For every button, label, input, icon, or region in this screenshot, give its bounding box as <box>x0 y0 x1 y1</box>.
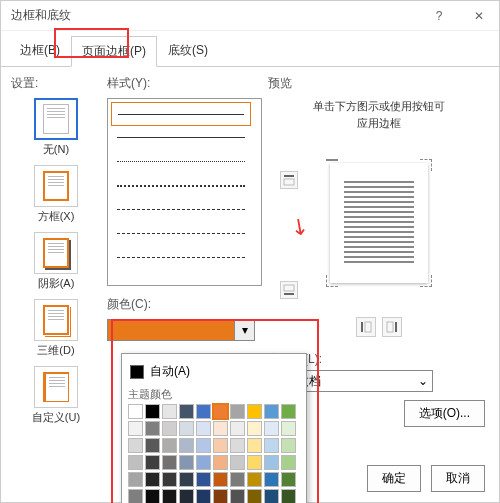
color-swatch[interactable] <box>145 455 160 470</box>
color-swatch[interactable] <box>128 489 143 503</box>
color-swatch[interactable] <box>128 438 143 453</box>
dialog-title: 边框和底纹 <box>11 7 71 24</box>
color-swatch[interactable] <box>281 489 296 503</box>
tab-page-border[interactable]: 页面边框(P) <box>71 36 157 67</box>
color-swatch[interactable] <box>145 421 160 436</box>
color-swatch[interactable] <box>196 404 211 419</box>
style-option[interactable] <box>111 174 251 198</box>
color-swatch[interactable] <box>213 489 228 503</box>
color-swatch[interactable] <box>128 421 143 436</box>
color-swatch[interactable] <box>213 472 228 487</box>
color-swatch[interactable] <box>162 404 177 419</box>
options-button[interactable]: 选项(O)... <box>404 400 485 427</box>
color-swatch[interactable] <box>281 455 296 470</box>
color-swatch[interactable] <box>264 455 279 470</box>
color-swatch[interactable] <box>264 472 279 487</box>
color-swatch[interactable] <box>264 421 279 436</box>
color-swatch[interactable] <box>281 404 296 419</box>
setting-custom[interactable]: 自定义(U) <box>11 366 101 425</box>
color-swatch[interactable] <box>196 489 211 503</box>
color-swatch[interactable] <box>247 421 262 436</box>
color-swatch[interactable] <box>179 489 194 503</box>
svg-rect-4 <box>361 322 363 332</box>
color-swatch[interactable] <box>281 472 296 487</box>
tab-shading[interactable]: 底纹(S) <box>157 35 219 66</box>
color-swatch[interactable] <box>196 421 211 436</box>
color-swatch[interactable] <box>179 421 194 436</box>
color-swatch[interactable] <box>247 438 262 453</box>
color-swatch[interactable] <box>179 404 194 419</box>
annotation-arrow: ↘ <box>284 210 314 242</box>
color-swatch[interactable] <box>145 472 160 487</box>
style-option[interactable] <box>111 126 251 150</box>
color-swatch[interactable] <box>230 404 245 419</box>
color-swatch[interactable] <box>128 455 143 470</box>
setting-none[interactable]: 无(N) <box>11 98 101 157</box>
theme-color-grid <box>128 404 300 503</box>
color-swatch[interactable] <box>162 438 177 453</box>
setting-3d[interactable]: 三维(D) <box>11 299 101 358</box>
color-select[interactable]: ▾ <box>107 319 255 341</box>
color-swatch[interactable] <box>230 489 245 503</box>
color-swatch[interactable] <box>230 421 245 436</box>
color-swatch[interactable] <box>162 489 177 503</box>
color-swatch[interactable] <box>128 404 143 419</box>
preview-hint: 单击下方图示或使用按钮可 应用边框 <box>268 98 489 131</box>
color-swatch[interactable] <box>196 455 211 470</box>
color-swatch[interactable] <box>281 438 296 453</box>
border-left-toggle[interactable] <box>356 317 376 337</box>
color-swatch[interactable] <box>247 404 262 419</box>
style-option[interactable] <box>111 198 251 222</box>
style-option[interactable] <box>111 246 251 270</box>
color-dropdown-popup: 自动(A) 主题颜色 标准色 其他颜色(M)... <box>121 353 307 503</box>
color-swatch[interactable] <box>230 472 245 487</box>
chevron-down-icon[interactable]: ▾ <box>234 320 254 340</box>
tab-border[interactable]: 边框(B) <box>9 35 71 66</box>
border-bottom-toggle[interactable] <box>280 281 298 299</box>
color-swatch[interactable] <box>281 421 296 436</box>
color-swatch[interactable] <box>162 455 177 470</box>
svg-rect-1 <box>284 179 294 185</box>
color-swatch[interactable] <box>162 421 177 436</box>
cancel-button[interactable]: 取消 <box>431 465 485 492</box>
ok-button[interactable]: 确定 <box>367 465 421 492</box>
color-swatch[interactable] <box>196 472 211 487</box>
color-swatch[interactable] <box>247 489 262 503</box>
color-swatch[interactable] <box>145 489 160 503</box>
style-option[interactable] <box>111 150 251 174</box>
color-swatch[interactable] <box>179 438 194 453</box>
border-right-toggle[interactable] <box>382 317 402 337</box>
close-button[interactable]: ✕ <box>459 1 499 31</box>
color-swatch[interactable] <box>213 455 228 470</box>
style-listbox[interactable] <box>107 98 262 286</box>
border-top-toggle[interactable] <box>280 171 298 189</box>
auto-swatch <box>130 365 144 379</box>
color-swatch[interactable] <box>230 438 245 453</box>
color-auto-row[interactable]: 自动(A) <box>128 360 300 383</box>
help-button[interactable]: ? <box>419 1 459 31</box>
setting-shadow[interactable]: 阴影(A) <box>11 232 101 291</box>
color-swatch[interactable] <box>247 472 262 487</box>
color-swatch[interactable] <box>196 438 211 453</box>
color-swatch[interactable] <box>213 404 228 419</box>
svg-rect-0 <box>284 175 294 177</box>
color-swatch[interactable] <box>179 455 194 470</box>
color-swatch[interactable] <box>179 472 194 487</box>
color-swatch[interactable] <box>213 421 228 436</box>
color-swatch[interactable] <box>128 472 143 487</box>
color-swatch[interactable] <box>247 455 262 470</box>
style-option[interactable] <box>111 102 251 126</box>
tabbar: 边框(B) 页面边框(P) 底纹(S) <box>1 31 499 67</box>
color-swatch[interactable] <box>264 438 279 453</box>
color-swatch[interactable] <box>145 438 160 453</box>
color-swatch[interactable] <box>264 489 279 503</box>
borders-shading-dialog: 边框和底纹 ? ✕ 边框(B) 页面边框(P) 底纹(S) 设置: 无(N) 方… <box>0 0 500 503</box>
color-swatch[interactable] <box>230 455 245 470</box>
preview-page[interactable] <box>330 163 428 283</box>
style-option[interactable] <box>111 222 251 246</box>
color-swatch[interactable] <box>264 404 279 419</box>
color-swatch[interactable] <box>162 472 177 487</box>
color-swatch[interactable] <box>213 438 228 453</box>
color-swatch[interactable] <box>145 404 160 419</box>
setting-box[interactable]: 方框(X) <box>11 165 101 224</box>
